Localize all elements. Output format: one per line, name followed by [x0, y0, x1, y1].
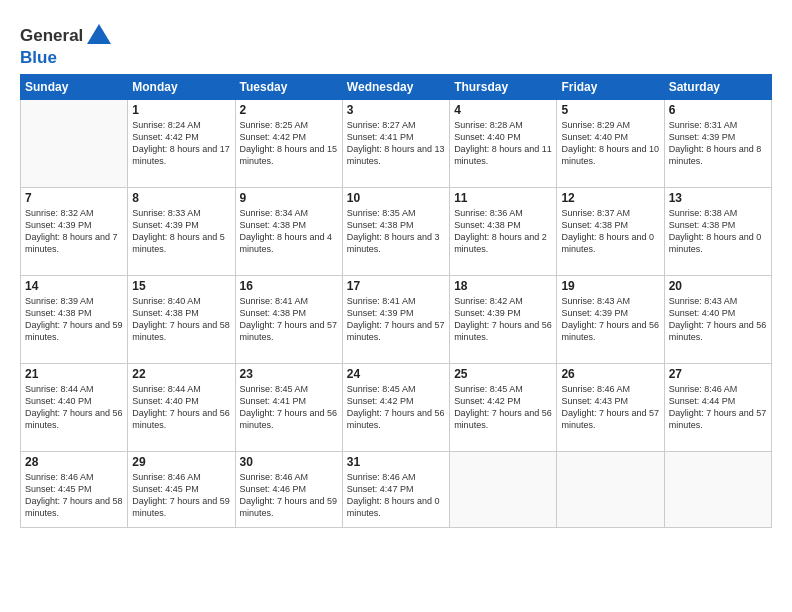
day-number: 18 — [454, 279, 552, 293]
day-number: 3 — [347, 103, 445, 117]
logo-general-text: General — [20, 26, 83, 46]
day-info: Sunrise: 8:27 AM Sunset: 4:41 PM Dayligh… — [347, 119, 445, 168]
day-number: 2 — [240, 103, 338, 117]
calendar-cell: 6Sunrise: 8:31 AM Sunset: 4:39 PM Daylig… — [664, 100, 771, 188]
calendar-table: Sunday Monday Tuesday Wednesday Thursday… — [20, 74, 772, 528]
day-number: 7 — [25, 191, 123, 205]
day-info: Sunrise: 8:32 AM Sunset: 4:39 PM Dayligh… — [25, 207, 123, 256]
day-info: Sunrise: 8:46 AM Sunset: 4:45 PM Dayligh… — [25, 471, 123, 520]
calendar-cell: 7Sunrise: 8:32 AM Sunset: 4:39 PM Daylig… — [21, 188, 128, 276]
col-monday: Monday — [128, 75, 235, 100]
calendar-cell: 3Sunrise: 8:27 AM Sunset: 4:41 PM Daylig… — [342, 100, 449, 188]
calendar-header-row: Sunday Monday Tuesday Wednesday Thursday… — [21, 75, 772, 100]
day-number: 22 — [132, 367, 230, 381]
day-number: 25 — [454, 367, 552, 381]
calendar-cell — [557, 452, 664, 528]
col-tuesday: Tuesday — [235, 75, 342, 100]
calendar-cell: 29Sunrise: 8:46 AM Sunset: 4:45 PM Dayli… — [128, 452, 235, 528]
day-info: Sunrise: 8:35 AM Sunset: 4:38 PM Dayligh… — [347, 207, 445, 256]
day-number: 30 — [240, 455, 338, 469]
calendar-cell: 9Sunrise: 8:34 AM Sunset: 4:38 PM Daylig… — [235, 188, 342, 276]
calendar-cell: 1Sunrise: 8:24 AM Sunset: 4:42 PM Daylig… — [128, 100, 235, 188]
day-info: Sunrise: 8:29 AM Sunset: 4:40 PM Dayligh… — [561, 119, 659, 168]
day-info: Sunrise: 8:41 AM Sunset: 4:38 PM Dayligh… — [240, 295, 338, 344]
day-number: 27 — [669, 367, 767, 381]
day-info: Sunrise: 8:31 AM Sunset: 4:39 PM Dayligh… — [669, 119, 767, 168]
day-number: 6 — [669, 103, 767, 117]
day-info: Sunrise: 8:24 AM Sunset: 4:42 PM Dayligh… — [132, 119, 230, 168]
calendar-cell: 14Sunrise: 8:39 AM Sunset: 4:38 PM Dayli… — [21, 276, 128, 364]
logo-icon — [85, 22, 113, 50]
day-info: Sunrise: 8:33 AM Sunset: 4:39 PM Dayligh… — [132, 207, 230, 256]
calendar-cell: 19Sunrise: 8:43 AM Sunset: 4:39 PM Dayli… — [557, 276, 664, 364]
day-number: 11 — [454, 191, 552, 205]
day-number: 15 — [132, 279, 230, 293]
calendar-cell: 26Sunrise: 8:46 AM Sunset: 4:43 PM Dayli… — [557, 364, 664, 452]
calendar-cell — [21, 100, 128, 188]
calendar-cell: 16Sunrise: 8:41 AM Sunset: 4:38 PM Dayli… — [235, 276, 342, 364]
day-number: 24 — [347, 367, 445, 381]
col-saturday: Saturday — [664, 75, 771, 100]
calendar-cell: 17Sunrise: 8:41 AM Sunset: 4:39 PM Dayli… — [342, 276, 449, 364]
day-info: Sunrise: 8:36 AM Sunset: 4:38 PM Dayligh… — [454, 207, 552, 256]
day-info: Sunrise: 8:45 AM Sunset: 4:42 PM Dayligh… — [347, 383, 445, 432]
calendar-cell: 12Sunrise: 8:37 AM Sunset: 4:38 PM Dayli… — [557, 188, 664, 276]
calendar-cell: 13Sunrise: 8:38 AM Sunset: 4:38 PM Dayli… — [664, 188, 771, 276]
calendar-cell — [664, 452, 771, 528]
col-thursday: Thursday — [450, 75, 557, 100]
calendar-cell: 28Sunrise: 8:46 AM Sunset: 4:45 PM Dayli… — [21, 452, 128, 528]
day-number: 23 — [240, 367, 338, 381]
day-number: 4 — [454, 103, 552, 117]
calendar-cell: 25Sunrise: 8:45 AM Sunset: 4:42 PM Dayli… — [450, 364, 557, 452]
day-info: Sunrise: 8:25 AM Sunset: 4:42 PM Dayligh… — [240, 119, 338, 168]
day-info: Sunrise: 8:37 AM Sunset: 4:38 PM Dayligh… — [561, 207, 659, 256]
day-number: 17 — [347, 279, 445, 293]
calendar-cell: 21Sunrise: 8:44 AM Sunset: 4:40 PM Dayli… — [21, 364, 128, 452]
day-info: Sunrise: 8:44 AM Sunset: 4:40 PM Dayligh… — [132, 383, 230, 432]
day-number: 19 — [561, 279, 659, 293]
day-info: Sunrise: 8:41 AM Sunset: 4:39 PM Dayligh… — [347, 295, 445, 344]
calendar-cell: 4Sunrise: 8:28 AM Sunset: 4:40 PM Daylig… — [450, 100, 557, 188]
day-info: Sunrise: 8:45 AM Sunset: 4:41 PM Dayligh… — [240, 383, 338, 432]
day-number: 29 — [132, 455, 230, 469]
day-info: Sunrise: 8:44 AM Sunset: 4:40 PM Dayligh… — [25, 383, 123, 432]
svg-marker-0 — [87, 24, 111, 44]
day-number: 16 — [240, 279, 338, 293]
day-info: Sunrise: 8:46 AM Sunset: 4:46 PM Dayligh… — [240, 471, 338, 520]
calendar-cell: 22Sunrise: 8:44 AM Sunset: 4:40 PM Dayli… — [128, 364, 235, 452]
day-number: 1 — [132, 103, 230, 117]
header: General Blue — [20, 18, 772, 68]
day-number: 31 — [347, 455, 445, 469]
day-number: 21 — [25, 367, 123, 381]
col-wednesday: Wednesday — [342, 75, 449, 100]
calendar-cell: 5Sunrise: 8:29 AM Sunset: 4:40 PM Daylig… — [557, 100, 664, 188]
day-info: Sunrise: 8:46 AM Sunset: 4:43 PM Dayligh… — [561, 383, 659, 432]
calendar-cell: 10Sunrise: 8:35 AM Sunset: 4:38 PM Dayli… — [342, 188, 449, 276]
day-info: Sunrise: 8:46 AM Sunset: 4:45 PM Dayligh… — [132, 471, 230, 520]
day-info: Sunrise: 8:28 AM Sunset: 4:40 PM Dayligh… — [454, 119, 552, 168]
logo-blue-text: Blue — [20, 48, 113, 68]
calendar-cell: 31Sunrise: 8:46 AM Sunset: 4:47 PM Dayli… — [342, 452, 449, 528]
calendar-cell: 27Sunrise: 8:46 AM Sunset: 4:44 PM Dayli… — [664, 364, 771, 452]
col-sunday: Sunday — [21, 75, 128, 100]
day-info: Sunrise: 8:42 AM Sunset: 4:39 PM Dayligh… — [454, 295, 552, 344]
day-info: Sunrise: 8:43 AM Sunset: 4:40 PM Dayligh… — [669, 295, 767, 344]
day-info: Sunrise: 8:46 AM Sunset: 4:44 PM Dayligh… — [669, 383, 767, 432]
calendar-cell: 2Sunrise: 8:25 AM Sunset: 4:42 PM Daylig… — [235, 100, 342, 188]
day-number: 10 — [347, 191, 445, 205]
day-number: 9 — [240, 191, 338, 205]
day-number: 5 — [561, 103, 659, 117]
calendar-cell: 24Sunrise: 8:45 AM Sunset: 4:42 PM Dayli… — [342, 364, 449, 452]
col-friday: Friday — [557, 75, 664, 100]
day-info: Sunrise: 8:46 AM Sunset: 4:47 PM Dayligh… — [347, 471, 445, 520]
day-number: 14 — [25, 279, 123, 293]
calendar-cell: 23Sunrise: 8:45 AM Sunset: 4:41 PM Dayli… — [235, 364, 342, 452]
day-info: Sunrise: 8:40 AM Sunset: 4:38 PM Dayligh… — [132, 295, 230, 344]
day-number: 26 — [561, 367, 659, 381]
day-number: 12 — [561, 191, 659, 205]
day-info: Sunrise: 8:43 AM Sunset: 4:39 PM Dayligh… — [561, 295, 659, 344]
day-info: Sunrise: 8:45 AM Sunset: 4:42 PM Dayligh… — [454, 383, 552, 432]
day-info: Sunrise: 8:34 AM Sunset: 4:38 PM Dayligh… — [240, 207, 338, 256]
calendar-cell: 30Sunrise: 8:46 AM Sunset: 4:46 PM Dayli… — [235, 452, 342, 528]
calendar-cell: 11Sunrise: 8:36 AM Sunset: 4:38 PM Dayli… — [450, 188, 557, 276]
